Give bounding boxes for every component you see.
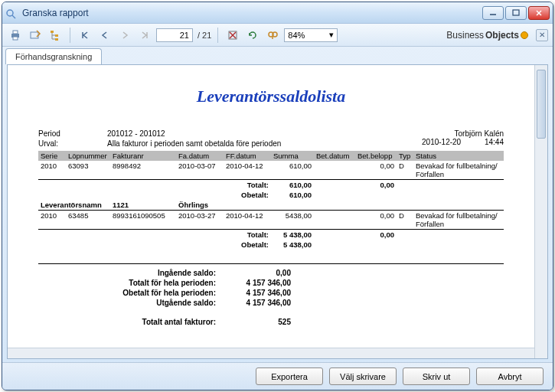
table-header-row: Serie Löpnummer Fakturanr Fa.datum FF.da… (38, 151, 504, 161)
svg-line-1 (12, 15, 15, 18)
export-icon[interactable] (27, 27, 44, 44)
app-icon (5, 7, 18, 19)
page-number-input[interactable] (156, 28, 193, 42)
cancel-button[interactable]: Avbryt (476, 368, 544, 385)
svg-rect-8 (13, 37, 18, 40)
report-table: Serie Löpnummer Fakturanr Fa.datum FF.da… (38, 151, 504, 250)
report-user: Torbjörn Kalén (455, 129, 504, 138)
svg-rect-3 (513, 10, 519, 15)
maximize-button[interactable] (505, 6, 527, 20)
report-page: Leverantörssaldolista Torbjörn Kalén 201… (8, 65, 534, 335)
vertical-scrollbar[interactable] (534, 65, 547, 358)
urval-value: Alla fakturor i perioden samt obetalda f… (107, 139, 281, 148)
toolbar-separator (217, 28, 218, 43)
report-date: 2010-12-20 (422, 138, 461, 146)
search-icon[interactable] (264, 27, 281, 44)
zoom-value: 84% (288, 31, 305, 40)
nav-prev-icon[interactable] (96, 27, 113, 44)
svg-rect-10 (51, 31, 54, 33)
nav-last-icon[interactable] (136, 27, 153, 44)
toolbar-separator (70, 28, 70, 43)
svg-rect-12 (55, 38, 58, 41)
urval-label: Urval: (38, 139, 107, 148)
period-value: 201012 - 201012 (107, 129, 165, 138)
refresh-icon[interactable] (244, 27, 261, 44)
tab-strip: Förhandsgranskning (2, 47, 553, 64)
period-label: Period (38, 129, 107, 138)
svg-point-0 (7, 10, 13, 16)
titlebar: Granska rapport (2, 2, 553, 24)
print-icon[interactable] (7, 27, 24, 44)
logo-dot-icon (521, 31, 528, 39)
svg-rect-9 (31, 32, 38, 38)
nav-first-icon[interactable] (77, 27, 93, 44)
scroll-thumb[interactable] (537, 70, 546, 139)
window-frame: Granska rapport (2, 2, 553, 390)
choose-printer-button[interactable]: Välj skrivare (329, 368, 397, 385)
button-bar: Exportera Välj skrivare Skriv ut Avbryt (2, 362, 553, 390)
subtotal-row: Totalt: 610,00 0,00 (38, 180, 504, 191)
report-viewport: Leverantörssaldolista Torbjörn Kalén 201… (7, 64, 548, 359)
report-title: Leverantörssaldolista (38, 87, 504, 106)
horizontal-scrollbar[interactable] (8, 348, 534, 358)
close-button[interactable] (528, 6, 550, 20)
subtotal-row: Obetalt: 5 438,00 (38, 240, 504, 250)
subtotal-row: Totalt: 5 438,00 0,00 (38, 230, 504, 240)
tree-icon[interactable] (47, 27, 64, 44)
window-title: Granska rapport (22, 8, 482, 18)
supplier-row: Leverantörsnamn 1121 Öhrlings (38, 200, 504, 211)
chevron-down-icon: ▾ (329, 30, 334, 40)
businessobjects-logo: BusinessObjects (446, 30, 528, 41)
table-row: 2010 63093 8998492 2010-03-07 2010-04-12… (38, 161, 504, 180)
toolbar: / 21 84% ▾ BusinessObjects ✕ (2, 24, 553, 47)
zoom-dropdown[interactable]: 84% ▾ (284, 28, 338, 42)
export-button[interactable]: Exportera (256, 368, 323, 385)
report-time: 14:44 (485, 138, 504, 146)
svg-rect-7 (13, 31, 18, 34)
stop-icon[interactable] (224, 27, 241, 44)
page-total-label: / 21 (198, 31, 211, 40)
help-button[interactable]: ✕ (536, 29, 548, 41)
svg-rect-11 (55, 34, 58, 37)
subtotal-row: Obetalt: 610,00 (38, 190, 504, 200)
minimize-button[interactable] (482, 6, 504, 20)
nav-next-icon[interactable] (116, 27, 133, 44)
summary-block: Ingående saldo:0,00 Totalt för hela peri… (38, 263, 504, 326)
report-header-right: Torbjörn Kalén 2010-12-20 14:44 (400, 129, 504, 146)
table-row: 2010 63485 8993161090505 2010-03-27 2010… (38, 211, 504, 230)
tab-preview[interactable]: Förhandsgranskning (5, 48, 102, 64)
print-button[interactable]: Skriv ut (403, 368, 470, 385)
